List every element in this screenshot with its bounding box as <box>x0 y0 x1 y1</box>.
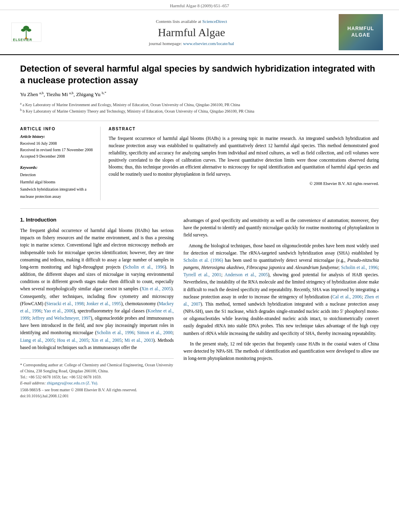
affiliations: a a Key Laboratory of Marine Environment… <box>20 101 379 115</box>
journal-title-block: Contents lists available at Contents lis… <box>44 19 339 46</box>
elsevier-logo-svg: ELSEVIER <box>9 22 43 42</box>
ref-simon-2000[interactable]: Simon et al., 2000 <box>137 330 173 335</box>
email-footnote: E-mail address: zhigangyu@ouc.edu.cn (Z.… <box>20 380 174 386</box>
body-col-left: 1. Introduction The frequent global occu… <box>20 217 174 398</box>
svg-text:ELSEVIER: ELSEVIER <box>13 38 32 42</box>
intro-paragraph-4: In the present study, 12 red tide specie… <box>183 340 379 362</box>
history-label: Article history: <box>20 134 95 139</box>
article-info-column: ARTICLE INFO Article history: Received 1… <box>20 127 101 200</box>
tel-footnote: Tel.: +86 532 6678 1659; fax: +86 532 66… <box>20 374 174 380</box>
article-meta-columns: ARTICLE INFO Article history: Received 1… <box>20 127 379 200</box>
journal-homepage-link[interactable]: www.elsevier.com/locate/hal <box>183 41 234 46</box>
intro-paragraph-1: The frequent global occurrence of harmfu… <box>20 227 174 351</box>
journal-name: Harmful Algae <box>44 26 339 39</box>
ref-liang-2005[interactable]: Liang et al., 2005 <box>20 338 54 343</box>
ref-scholin-1996d[interactable]: Scholin et al., 1996 <box>341 265 378 270</box>
ref-tyrrell-2001[interactable]: Tyrrell et al., 2001 <box>183 272 221 277</box>
email-link[interactable]: zhigangyu@ouc.edu.cn (Z. Yu). <box>47 381 98 385</box>
ref-sieracki-1998[interactable]: Sieracki et al., 1998 <box>46 301 84 306</box>
harmful-algae-cover-image: HARMFUL ALGAE <box>339 14 383 50</box>
issn-line: 1568-9883/$ – see front matter © 2008 El… <box>20 388 174 392</box>
header-divider <box>20 121 379 121</box>
ref-mi-2003[interactable]: Mi et al., 2003 <box>125 338 153 343</box>
journal-homepage: journal homepage: www.elsevier.com/locat… <box>44 41 339 46</box>
contents-availability: Contents lists available at Contents lis… <box>44 19 339 24</box>
ref-scholin-1996a[interactable]: Scholin et al., 1996 <box>125 265 165 269</box>
journal-reference-bar: Harmful Algae 8 (2009) 651–657 <box>0 0 399 10</box>
harmful-algae-label: HARMFUL ALGAE <box>348 26 374 38</box>
ref-jonker-1995[interactable]: Jonker et al., 1995 <box>86 301 121 306</box>
affiliation-b: b b Key Laboratory of Marine Chemistry T… <box>20 108 379 114</box>
ref-scholin-1996c[interactable]: Scholin et al. (1996) <box>183 258 223 263</box>
abstract-text: The frequent occurrence of harmful algal… <box>109 135 379 178</box>
ref-anderson-2005[interactable]: Anderson et al., 2005 <box>224 272 268 277</box>
keyword-2: Harmful algal blooms <box>20 179 95 186</box>
intro-paragraph-3: Among the biological techniques, those b… <box>183 242 379 337</box>
footnotes: * Corresponding author at: College of Ch… <box>20 358 174 386</box>
introduction-heading: 1. Introduction <box>20 217 174 223</box>
journal-ref-text: Harmful Algae 8 (2009) 651–657 <box>170 3 229 8</box>
elsevier-logo: ELSEVIER <box>8 18 44 46</box>
abstract-column: ABSTRACT The frequent occurrence of harm… <box>109 127 379 200</box>
ref-xin-2005[interactable]: Xin et al., 2005 <box>142 286 171 291</box>
page: Harmful Algae 8 (2009) 651–657 ELSEVIER <box>0 0 399 532</box>
ref-cal-2006[interactable]: Cal et al., 2006 <box>332 294 362 299</box>
affiliation-a: a a Key Laboratory of Marine Environment… <box>20 101 379 108</box>
keyword-3: Sandwich hybridization integrated with a… <box>20 186 95 200</box>
ref-xin-2005b[interactable]: Xin et al., 2005 <box>91 338 121 343</box>
keywords-list: Detection Harmful algal blooms Sandwich … <box>20 171 95 200</box>
intro-paragraph-2: advantages of good specificity and sensi… <box>183 217 379 238</box>
svg-point-4 <box>27 29 31 31</box>
body-two-columns: 1. Introduction The frequent global occu… <box>20 217 379 398</box>
copyright-line: © 2008 Elsevier B.V. All rights reserved… <box>109 181 379 186</box>
keywords-label: Keywords: <box>20 165 95 170</box>
ref-yao-2006[interactable]: Yao et al., 2006 <box>44 308 74 313</box>
ref-scholin-1996b[interactable]: Scholin et al., 1996 <box>97 330 134 335</box>
received-date: Received 16 July 2008 Received in revise… <box>20 140 95 160</box>
doi-line: doi:10.1016/j.hal.2008.12.001 <box>20 394 174 398</box>
article-info-title: ARTICLE INFO <box>20 127 95 131</box>
journal-header: ELSEVIER Contents lists available at Con… <box>0 10 399 55</box>
corresponding-footnote: * Corresponding author at: College of Ch… <box>20 362 174 374</box>
svg-point-3 <box>21 29 25 31</box>
authors-line: Yu Zhen a,b, Tiezhu Mi a,b, Zhigang Yu b… <box>20 91 379 98</box>
body-col-right: advantages of good specificity and sensi… <box>183 217 379 398</box>
ref-hou-2005[interactable]: Hou et al., 2005 <box>57 338 88 343</box>
main-content: Detection of several harmful algal speci… <box>0 55 399 208</box>
body-content: 1. Introduction The frequent global occu… <box>0 209 399 406</box>
abstract-title: ABSTRACT <box>109 127 379 131</box>
keyword-1: Detection <box>20 171 95 179</box>
ref-jeffrey-1997[interactable]: Jeffrey and Welschmeyer, 1997 <box>32 316 91 320</box>
article-title: Detection of several harmful algal speci… <box>20 63 379 86</box>
svg-rect-7 <box>25 37 27 39</box>
